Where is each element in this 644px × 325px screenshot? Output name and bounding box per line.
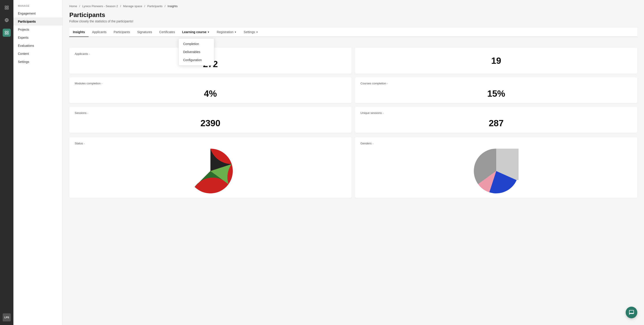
icon-bar: LPS: [0, 0, 14, 325]
sidebar-item-evaluations[interactable]: Evaluations: [14, 42, 62, 50]
stat-card-courses-completion: Courses completion › 15%: [355, 77, 637, 103]
stat-value-19: 19: [360, 56, 632, 66]
stat-value-courses: 15%: [360, 89, 632, 99]
menu-item-completion[interactable]: Completion: [179, 40, 214, 48]
tab-insights[interactable]: Insights: [69, 28, 88, 37]
sidebar-item-experts[interactable]: Experts: [14, 34, 62, 42]
svg-rect-7: [5, 33, 6, 35]
chevron-down-icon: ▼: [207, 31, 210, 33]
svg-rect-3: [7, 8, 8, 10]
sidebar-item-engagement[interactable]: Engagement: [14, 10, 62, 18]
tab-bar: Insights Applicants Participants Signatu…: [69, 28, 637, 37]
tab-certificates[interactable]: Certificates: [156, 28, 178, 37]
svg-rect-2: [5, 8, 6, 10]
globe-icon[interactable]: [3, 16, 11, 24]
tab-signatures[interactable]: Signatures: [134, 28, 156, 37]
stat-label-courses[interactable]: Courses completion ›: [360, 82, 632, 85]
menu-item-deliverables[interactable]: Deliverables: [179, 48, 214, 56]
stat-card-sessions: Sessions › 2390: [69, 107, 352, 133]
status-pie-chart: [75, 149, 346, 193]
charts-row: Status ›: [69, 137, 637, 198]
chevron-right-icon: ›: [387, 82, 388, 85]
svg-rect-1: [7, 6, 8, 8]
grid-icon[interactable]: [3, 4, 11, 12]
stat-label-unique-sessions[interactable]: Unique sessions ›: [360, 111, 632, 115]
stat-value-modules: 4%: [75, 89, 346, 99]
main-content: Home / Lyreco Pioneers - Season 2 / Mana…: [62, 0, 644, 325]
breadcrumb-program[interactable]: Lyreco Pioneers - Season 2: [82, 5, 118, 8]
chart-card-genders: Genders ›: [355, 137, 637, 198]
chevron-down-icon: ▼: [256, 31, 258, 33]
breadcrumb-insights: Insights: [168, 5, 178, 8]
chevron-right-icon: ›: [382, 112, 384, 114]
tab-applicants[interactable]: Applicants: [88, 28, 110, 37]
genders-pie-chart: [360, 149, 632, 193]
stat-label-sessions[interactable]: Sessions ›: [75, 111, 346, 115]
breadcrumb-manage[interactable]: Manage space: [123, 5, 142, 8]
breadcrumb: Home / Lyreco Pioneers - Season 2 / Mana…: [69, 5, 637, 8]
stat-label-modules[interactable]: Modules completion ›: [75, 82, 346, 85]
chevron-right-icon: ›: [372, 142, 374, 145]
user-avatar[interactable]: LPS: [3, 313, 11, 321]
svg-rect-8: [7, 33, 8, 35]
tab-settings[interactable]: Settings ▼: [240, 28, 262, 37]
stats-grid: Applicants › 272 19 Modules completion ›…: [69, 48, 637, 133]
manage-section-label: MANAGE: [14, 5, 62, 10]
sidebar-item-content[interactable]: Content: [14, 50, 62, 58]
tab-participants[interactable]: Participants: [110, 28, 134, 37]
chat-button[interactable]: [626, 307, 637, 318]
learning-course-dropdown: Completion Deliverables Configuration: [178, 38, 214, 66]
chart-label-genders[interactable]: Genders ›: [360, 142, 632, 145]
svg-rect-0: [5, 6, 6, 8]
tab-registration[interactable]: Registration ▼: [213, 28, 240, 37]
sidebar-item-projects[interactable]: Projects: [14, 26, 62, 34]
tab-learning-course[interactable]: Learning course ▼: [178, 28, 213, 37]
stat-card-unique-sessions: Unique sessions › 287: [355, 107, 637, 133]
sidebar-item-settings[interactable]: Settings: [14, 58, 62, 66]
chart-card-status: Status ›: [69, 137, 352, 198]
svg-rect-5: [5, 31, 6, 33]
stat-card-19: 19: [355, 48, 637, 74]
sidebar-item-participants[interactable]: Participants: [14, 18, 62, 26]
chart-icon[interactable]: [3, 29, 11, 37]
chevron-down-icon: ▼: [234, 31, 236, 33]
chevron-right-icon: ›: [88, 112, 88, 114]
chevron-right-icon: ›: [84, 142, 85, 145]
sidebar: MANAGE Engagement Participants Projects …: [14, 0, 62, 325]
chart-label-status[interactable]: Status ›: [75, 142, 346, 145]
menu-item-configuration[interactable]: Configuration: [179, 56, 214, 64]
breadcrumb-home[interactable]: Home: [69, 5, 77, 8]
chevron-right-icon: ›: [89, 53, 90, 55]
stat-card-modules-completion: Modules completion › 4%: [69, 77, 352, 103]
page-subtitle: Follow closely the statistics of the par…: [69, 20, 637, 23]
svg-rect-6: [7, 31, 8, 33]
stat-value-unique-sessions: 287: [360, 118, 632, 128]
stat-value-sessions: 2390: [75, 118, 346, 128]
page-title: Participants: [69, 12, 637, 19]
chevron-right-icon: ›: [102, 82, 102, 85]
breadcrumb-participants[interactable]: Participants: [147, 5, 162, 8]
